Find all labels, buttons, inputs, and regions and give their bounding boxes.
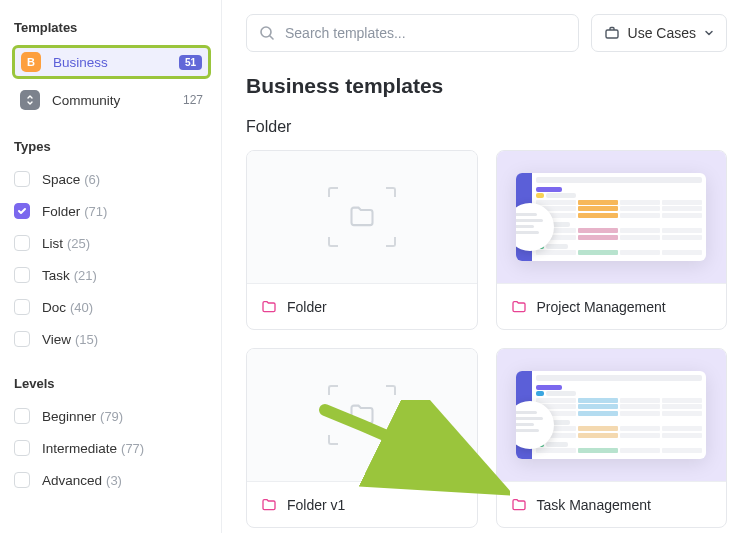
filter-label: Space	[42, 172, 80, 187]
card-title: Task Management	[537, 497, 651, 513]
card-footer: Task Management	[497, 481, 727, 527]
sidebar-item-business[interactable]: B Business 51	[12, 45, 211, 79]
card-title: Folder v1	[287, 497, 345, 513]
filter-label: Doc	[42, 300, 66, 315]
folder-icon	[511, 497, 527, 513]
filter-beginner[interactable]: Beginner (79)	[12, 401, 211, 431]
checkbox[interactable]	[14, 171, 30, 187]
folder-placeholder-icon	[328, 385, 396, 445]
checkbox[interactable]	[14, 267, 30, 283]
filter-intermediate[interactable]: Intermediate (77)	[12, 433, 211, 463]
usecases-button[interactable]: Use Cases	[591, 14, 727, 52]
filter-label: View	[42, 332, 71, 347]
filter-label: List	[42, 236, 63, 251]
card-preview	[247, 151, 477, 283]
filter-label: Beginner	[42, 409, 96, 424]
filter-folder[interactable]: Folder (71)	[12, 196, 211, 226]
checkbox[interactable]	[14, 299, 30, 315]
filter-count: (6)	[84, 172, 100, 187]
search-input[interactable]	[285, 25, 566, 41]
filter-label: Intermediate	[42, 441, 117, 456]
template-card-project-management[interactable]: Project Management	[496, 150, 728, 330]
sidebar-item-label: Community	[52, 93, 179, 108]
count: 127	[183, 93, 203, 107]
filter-label: Task	[42, 268, 70, 283]
checkbox[interactable]	[14, 331, 30, 347]
card-footer: Folder	[247, 283, 477, 329]
search-icon	[259, 25, 275, 41]
section-title-types: Types	[14, 139, 211, 154]
card-title: Project Management	[537, 299, 666, 315]
folder-placeholder-icon	[328, 187, 396, 247]
svg-rect-2	[606, 30, 618, 38]
template-card-task-management[interactable]: Task Management	[496, 348, 728, 528]
count-badge: 51	[179, 55, 202, 70]
filter-count: (3)	[106, 473, 122, 488]
filter-count: (25)	[67, 236, 90, 251]
checkbox[interactable]	[14, 472, 30, 488]
mock-app-preview	[516, 371, 706, 459]
card-footer: Project Management	[497, 283, 727, 329]
filter-count: (21)	[74, 268, 97, 283]
filter-advanced[interactable]: Advanced (3)	[12, 465, 211, 495]
filter-view[interactable]: View (15)	[12, 324, 211, 354]
filter-label: Folder	[42, 204, 80, 219]
briefcase-icon	[604, 25, 620, 41]
filter-count: (77)	[121, 441, 144, 456]
section-title-templates: Templates	[14, 20, 211, 35]
card-preview	[247, 349, 477, 481]
filter-doc[interactable]: Doc (40)	[12, 292, 211, 322]
checkbox[interactable]	[14, 235, 30, 251]
filter-count: (79)	[100, 409, 123, 424]
filter-count: (40)	[70, 300, 93, 315]
sidebar-item-community[interactable]: Community 127	[12, 83, 211, 117]
folder-icon	[261, 299, 277, 315]
folder-icon	[261, 497, 277, 513]
card-footer: Folder v1	[247, 481, 477, 527]
filter-list[interactable]: List (25)	[12, 228, 211, 258]
folder-icon	[511, 299, 527, 315]
section-title-levels: Levels	[14, 376, 211, 391]
card-grid: Folder	[246, 150, 727, 528]
filter-space[interactable]: Space (6)	[12, 164, 211, 194]
avatar-business: B	[21, 52, 41, 72]
card-title: Folder	[287, 299, 327, 315]
template-card-folder-v1[interactable]: Folder v1	[246, 348, 478, 528]
template-card-folder[interactable]: Folder	[246, 150, 478, 330]
topbar: Use Cases	[246, 14, 727, 52]
svg-line-1	[270, 36, 273, 39]
main-content: Use Cases Business templates Folder Fold…	[222, 0, 745, 533]
filter-task[interactable]: Task (21)	[12, 260, 211, 290]
filter-count: (15)	[75, 332, 98, 347]
chevron-down-icon	[704, 28, 714, 38]
checkbox[interactable]	[14, 408, 30, 424]
sort-icon	[20, 90, 40, 110]
checkbox[interactable]	[14, 440, 30, 456]
sidebar: Templates B Business 51 Community 127 Ty…	[0, 0, 222, 533]
usecases-label: Use Cases	[628, 25, 696, 41]
search-box[interactable]	[246, 14, 579, 52]
mock-app-preview	[516, 173, 706, 261]
sidebar-item-label: Business	[53, 55, 179, 70]
checkbox[interactable]	[14, 203, 30, 219]
card-preview	[497, 349, 727, 481]
filter-label: Advanced	[42, 473, 102, 488]
group-title: Folder	[246, 118, 727, 136]
page-title: Business templates	[246, 74, 727, 98]
filter-count: (71)	[84, 204, 107, 219]
card-preview	[497, 151, 727, 283]
